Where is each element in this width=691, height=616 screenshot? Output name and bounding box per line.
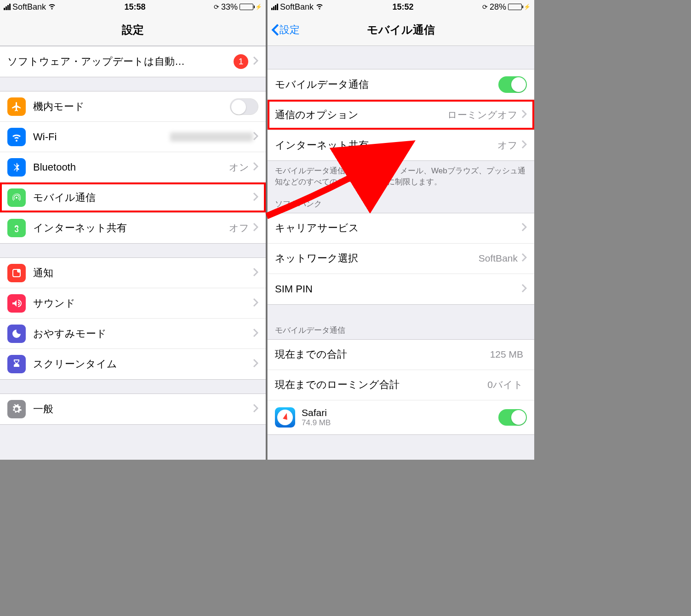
software-update-row[interactable]: ソフトウェア・アップデートは自動… 1 bbox=[0, 46, 266, 77]
notifications-row[interactable]: 通知 bbox=[0, 258, 266, 288]
cellular-screen: SoftBank 15:52 ⟳ 28% ⚡ 設定 モバイル通信 モバイルデータ… bbox=[268, 0, 534, 460]
back-label: 設定 bbox=[280, 23, 300, 37]
chevron-right-icon bbox=[253, 162, 258, 173]
general-row[interactable]: 一般 bbox=[0, 394, 266, 424]
wifi-label: Wi-Fi bbox=[33, 131, 170, 143]
safari-label: Safari bbox=[302, 407, 331, 418]
network-selection-value: SoftBank bbox=[479, 253, 518, 264]
total-data-value: 125 MB bbox=[490, 349, 523, 360]
notifications-label: 通知 bbox=[33, 266, 253, 280]
software-update-label: ソフトウェア・アップデートは自動… bbox=[7, 55, 234, 68]
chevron-right-icon bbox=[521, 222, 527, 234]
hotspot-label: インターネット共有 bbox=[275, 138, 497, 152]
wifi-icon bbox=[7, 128, 26, 146]
chevron-right-icon bbox=[253, 268, 258, 279]
cellular-icon bbox=[7, 188, 26, 207]
charging-icon: ⚡ bbox=[255, 4, 262, 10]
roaming-total-label: 現在までのローミング合計 bbox=[275, 378, 487, 392]
chevron-right-icon bbox=[253, 192, 258, 203]
back-button[interactable]: 設定 bbox=[271, 23, 300, 37]
signal-icon bbox=[4, 4, 11, 10]
network-selection-label: ネットワーク選択 bbox=[275, 251, 479, 265]
data-options-value: ローミングオフ bbox=[447, 108, 518, 121]
notifications-icon bbox=[7, 264, 26, 282]
wifi-status-icon bbox=[48, 2, 56, 12]
total-data-row: 現在までの合計 125 MB bbox=[268, 340, 534, 370]
carrier-services-row[interactable]: キャリアサービス bbox=[268, 213, 534, 244]
section-header-softbank: ソフトバンク bbox=[268, 192, 534, 213]
nav-bar: 設定 bbox=[0, 14, 266, 46]
airplane-icon bbox=[7, 97, 26, 116]
carrier-services-label: キャリアサービス bbox=[275, 221, 521, 235]
sound-row[interactable]: サウンド bbox=[0, 288, 266, 319]
dnd-row[interactable]: おやすみモード bbox=[0, 319, 266, 349]
status-bar: SoftBank 15:52 ⟳ 28% ⚡ bbox=[268, 0, 534, 14]
battery-icon bbox=[240, 4, 253, 10]
dnd-label: おやすみモード bbox=[33, 327, 253, 341]
roaming-total-value: 0バイト bbox=[487, 378, 523, 391]
chevron-right-icon bbox=[521, 284, 527, 295]
airplane-label: 機内モード bbox=[33, 100, 230, 114]
carrier-label: SoftBank bbox=[280, 2, 314, 12]
sound-label: サウンド bbox=[33, 297, 253, 310]
page-title: モバイル通信 bbox=[367, 23, 435, 37]
chevron-right-icon bbox=[521, 140, 527, 151]
hotspot-value: オフ bbox=[497, 139, 518, 152]
roaming-total-row: 現在までのローミング合計 0バイト bbox=[268, 370, 534, 400]
bluetooth-value: オン bbox=[229, 161, 249, 174]
safari-data-value: 74.9 MB bbox=[302, 418, 331, 428]
mobile-data-toggle[interactable] bbox=[498, 76, 527, 93]
chevron-right-icon bbox=[253, 359, 258, 370]
cellular-label: モバイル通信 bbox=[33, 191, 253, 205]
sim-pin-label: SIM PIN bbox=[275, 283, 521, 295]
bluetooth-icon bbox=[7, 158, 26, 177]
nav-bar: 設定 モバイル通信 bbox=[268, 14, 534, 46]
chevron-right-icon bbox=[521, 109, 527, 120]
page-title: 設定 bbox=[122, 23, 144, 37]
wifi-status-icon bbox=[315, 2, 324, 12]
cellular-row[interactable]: モバイル通信 bbox=[0, 183, 266, 213]
chevron-right-icon bbox=[253, 222, 258, 234]
hourglass-icon bbox=[7, 355, 26, 373]
network-selection-row[interactable]: ネットワーク選択 SoftBank bbox=[268, 244, 534, 274]
chevron-right-icon bbox=[253, 298, 258, 309]
chevron-right-icon bbox=[253, 131, 258, 143]
total-data-label: 現在までの合計 bbox=[275, 348, 490, 361]
data-options-label: 通信のオプション bbox=[275, 108, 447, 122]
section-header-data: モバイルデータ通信 bbox=[268, 319, 534, 339]
wifi-value-redacted bbox=[170, 132, 253, 142]
safari-data-toggle[interactable] bbox=[498, 409, 527, 426]
hotspot-row[interactable]: インターネット共有 オフ bbox=[0, 213, 266, 243]
wifi-row[interactable]: Wi-Fi bbox=[0, 122, 266, 152]
chevron-right-icon bbox=[253, 328, 258, 339]
screentime-label: スクリーンタイム bbox=[33, 357, 253, 371]
footer-note: モバイルデータ通信をオフにして、メール、Webブラウズ、プッシュ通知などのすべて… bbox=[268, 161, 534, 192]
hotspot-icon bbox=[7, 219, 26, 237]
hotspot-value: オフ bbox=[229, 222, 249, 234]
chevron-right-icon bbox=[521, 253, 527, 264]
airplane-toggle[interactable] bbox=[230, 98, 258, 115]
data-options-row[interactable]: 通信のオプション ローミングオフ bbox=[268, 100, 534, 130]
status-bar: SoftBank 15:58 ⟳ 33% ⚡ bbox=[0, 0, 266, 14]
safari-icon bbox=[275, 407, 295, 428]
svg-point-1 bbox=[17, 269, 21, 273]
airplane-mode-row[interactable]: 機内モード bbox=[0, 91, 266, 122]
badge-icon: 1 bbox=[234, 54, 248, 69]
clock-label: 15:58 bbox=[124, 2, 145, 12]
mobile-data-row[interactable]: モバイルデータ通信 bbox=[268, 69, 534, 100]
moon-icon bbox=[7, 325, 26, 343]
screentime-row[interactable]: スクリーンタイム bbox=[0, 349, 266, 379]
sim-pin-row[interactable]: SIM PIN bbox=[268, 274, 534, 304]
chevron-right-icon bbox=[253, 56, 258, 67]
mobile-data-label: モバイルデータ通信 bbox=[275, 78, 498, 91]
hotspot-label: インターネット共有 bbox=[33, 221, 229, 235]
general-label: 一般 bbox=[33, 402, 253, 416]
chevron-right-icon bbox=[253, 404, 258, 415]
bluetooth-row[interactable]: Bluetooth オン bbox=[0, 152, 266, 183]
safari-data-row[interactable]: Safari 74.9 MB bbox=[268, 400, 534, 434]
battery-icon bbox=[508, 4, 522, 10]
carrier-label: SoftBank bbox=[12, 2, 46, 12]
battery-percent: 28% bbox=[490, 2, 506, 12]
hotspot-row[interactable]: インターネット共有 オフ bbox=[268, 130, 534, 160]
settings-screen: SoftBank 15:58 ⟳ 33% ⚡ 設定 ソフトウェア・アップデートは… bbox=[0, 0, 267, 460]
